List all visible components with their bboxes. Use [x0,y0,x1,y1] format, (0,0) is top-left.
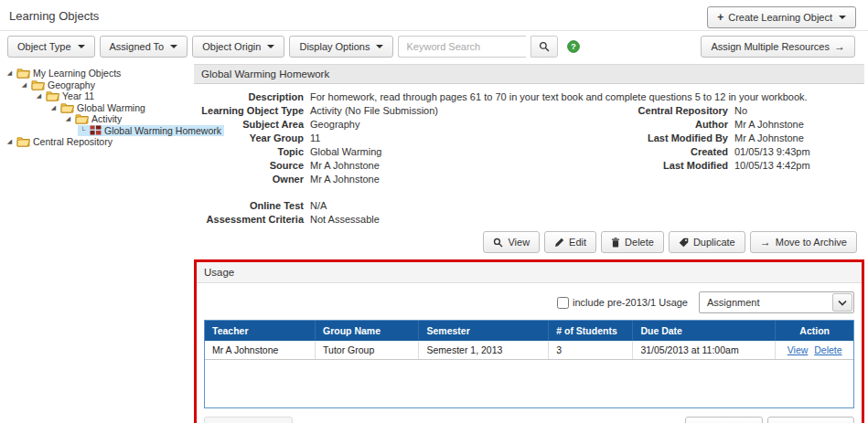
object-actions-row: View Edit Delete Duplicate → Move to Arc… [201,227,857,259]
column-header-group-name: Group Name [316,321,419,341]
tree-node-my-learning-objects[interactable]: ◢ My Learning Objects [5,68,123,79]
detail-panel: Global Warming Homework Description For … [194,64,864,423]
folder-icon [60,102,74,113]
folder-icon [16,136,30,147]
field-value-last-modified-by: Mr A Johnstone [734,132,857,145]
object-type-dropdown[interactable]: Object Type [7,36,95,58]
cell-group-name: Tutor Group [316,341,419,360]
delete-button-label: Delete [625,238,654,248]
tree-node-central-repository[interactable]: ◢ Central Repository [5,136,115,148]
usage-type-selected-value: Assignment [707,297,759,308]
column-header-action: Action [776,321,853,341]
field-value-owner: Mr A Johnstone [310,173,559,186]
custom-assign-button[interactable]: Custom Assign [767,417,854,423]
field-value-source: Mr A Johnstone [310,159,559,173]
caret-down-icon [839,16,846,19]
edit-button-label: Edit [569,238,586,248]
tree-node-label: Geography [48,79,95,90]
field-label-owner: Owner [201,173,304,186]
usage-table-row: Mr A Johnstone Tutor Group Semester 1, 2… [205,341,853,360]
keyword-search-input[interactable] [398,36,526,58]
expander-icon[interactable]: ◢ [5,138,14,145]
plus-icon: + [717,12,723,23]
tree-node-label: Global Warming [77,102,145,113]
create-learning-object-label: Create Learning Object [728,13,832,23]
cell-teacher: Mr A Johnstone [205,341,316,360]
tree-node-geography[interactable]: ◢ Geography [19,79,98,91]
usage-table-header-row: Teacher Group Name Semester # of Student… [205,321,853,341]
create-learning-object-button[interactable]: + Create Learning Object [707,6,856,28]
caret-down-icon [267,45,274,48]
column-header-num-students: # of Students [549,321,633,341]
caret-down-icon [78,45,85,48]
learning-object-icon [90,125,102,135]
column-header-due-date: Due Date [633,321,776,341]
expander-icon[interactable]: ◢ [20,81,28,89]
include-pre-2013-checkbox[interactable] [557,297,569,309]
class-assign-button[interactable]: Class Assign [685,417,763,423]
row-view-link[interactable]: View [788,344,809,355]
include-pre-2013-checkbox-label[interactable]: include pre-2013/1 Usage [557,297,688,309]
pencil-icon [554,238,564,248]
folder-icon [16,68,30,79]
expander-icon[interactable]: ◢ [5,69,14,77]
cell-due-date: 31/05/2013 at 11:00am [633,341,776,360]
usage-panel: Usage include pre-2013/1 Usage Assignmen… [194,259,864,423]
field-label-created: Created [565,145,728,159]
expander-icon[interactable]: ◢ [49,104,58,111]
assigned-to-label: Assigned To [110,42,165,52]
field-value-topic: Global Warming [310,145,559,159]
search-button[interactable] [530,36,558,58]
move-to-archive-button[interactable]: → Move to Archive [750,231,857,253]
field-label-learning-object-type: Learning Object Type [201,104,304,118]
expander-icon[interactable]: ◢ [64,115,72,122]
select-chevron-icon [832,293,852,312]
field-label-description: Description [201,90,304,104]
folder-icon [75,113,89,124]
expander-icon[interactable]: ◢ [35,92,43,100]
field-value-online-test: N/A [310,199,857,213]
field-value-year-group: 11 [310,132,559,145]
leaf-connector-icon: └ [79,127,87,133]
field-label-central-repository: Central Repository [565,104,728,118]
field-label-assessment-criteria: Assessment Criteria [201,213,304,227]
field-value-learning-object-type: Activity (No File Submission) [310,104,559,118]
usage-type-select[interactable]: Assignment [699,291,854,313]
object-origin-label: Object Origin [202,42,261,52]
duplicate-button[interactable]: Duplicate [669,231,745,253]
tree-node-global-warming[interactable]: ◢ Global Warming [48,102,148,114]
column-header-teacher: Teacher [205,321,316,341]
field-label-last-modified-by: Last Modified By [565,132,728,145]
duplicate-button-label: Duplicate [693,238,735,248]
assigned-to-dropdown[interactable]: Assigned To [100,36,188,58]
help-icon[interactable]: ? [567,40,580,53]
field-value-last-modified: 10/05/13 4:42pm [734,159,857,173]
field-label-subject-area: Subject Area [201,118,304,132]
svg-text:?: ? [572,41,577,51]
tree-node-activity[interactable]: ◢ Activity [63,113,124,125]
learning-objects-tree: ◢ My Learning Objects ◢ Geography ◢ Year… [0,64,194,423]
transfer-object-button[interactable]: Transfer Object [204,417,293,423]
arrow-right-icon: → [760,237,771,248]
cell-num-students: 3 [549,341,633,360]
view-button[interactable]: View [483,231,540,253]
search-icon [539,41,550,52]
tree-node-label: Year 11 [62,90,94,101]
field-label-year-group: Year Group [201,132,304,145]
arrow-right-icon: → [834,41,845,52]
tree-node-year-11[interactable]: ◢ Year 11 [34,90,97,102]
tree-node-label: Activity [91,113,122,124]
object-origin-dropdown[interactable]: Object Origin [192,36,284,58]
move-to-archive-label: Move to Archive [776,238,847,248]
column-header-semester: Semester [419,321,549,341]
edit-button[interactable]: Edit [544,231,596,253]
view-button-label: View [508,238,530,248]
tag-icon [679,238,689,248]
field-label-topic: Topic [201,145,304,159]
assign-multiple-resources-button[interactable]: Assign Multiple Resources → [701,36,855,58]
delete-button[interactable]: Delete [601,231,664,253]
display-options-dropdown[interactable]: Display Options [289,36,393,58]
caret-down-icon [170,45,177,48]
usage-table-container: Teacher Group Name Semester # of Student… [204,320,854,408]
row-delete-link[interactable]: Delete [814,344,841,355]
